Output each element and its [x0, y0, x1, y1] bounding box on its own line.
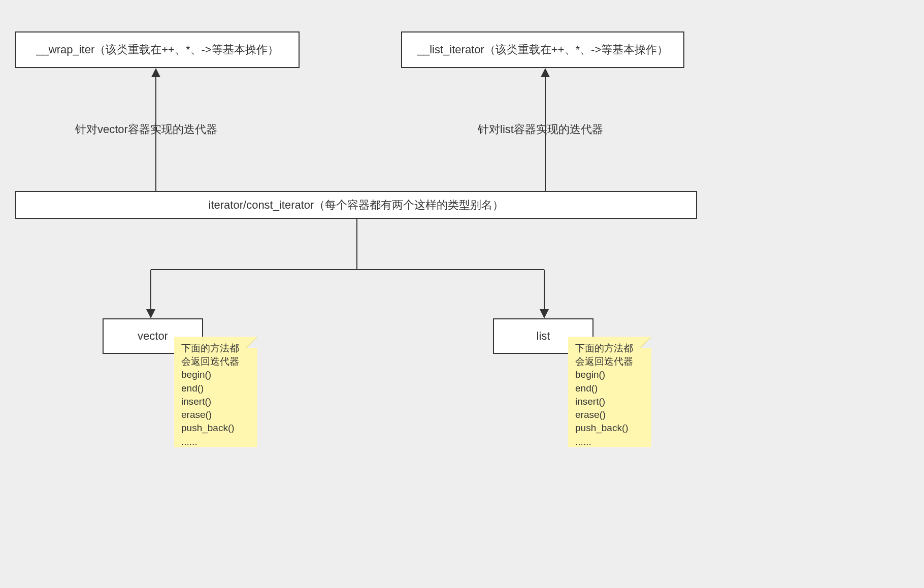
svg-marker-7: [146, 309, 155, 318]
note-line: begin(): [575, 368, 644, 381]
note-line: insert(): [181, 395, 250, 408]
list-impl-label: 针对list容器实现的迭代器: [478, 122, 603, 137]
list-label: list: [537, 330, 550, 343]
list-iterator-label: __list_iterator（该类重载在++、*、->等基本操作）: [417, 42, 669, 57]
note-line: 会返回迭代器: [181, 355, 250, 368]
vector-impl-label: 针对vector容器实现的迭代器: [75, 122, 217, 137]
list-iterator-box: __list_iterator（该类重载在++、*、->等基本操作）: [401, 31, 684, 68]
vector-methods-note: 下面的方法都 会返回迭代器 begin() end() insert() era…: [174, 337, 257, 447]
note-line: ......: [575, 435, 644, 448]
vector-label: vector: [138, 330, 168, 343]
note-line: 下面的方法都: [181, 342, 250, 355]
wrap-iter-box: __wrap_iter（该类重载在++、*、->等基本操作）: [15, 31, 300, 68]
note-line: 下面的方法都: [575, 342, 644, 355]
iterator-typedef-label: iterator/const_iterator（每个容器都有两个这样的类型别名）: [209, 198, 504, 213]
svg-marker-10: [540, 309, 549, 318]
note-line: begin(): [181, 368, 250, 381]
note-line: 会返回迭代器: [575, 355, 644, 368]
note-line: insert(): [575, 395, 644, 408]
diagram-connectors: [0, 0, 924, 588]
svg-marker-1: [151, 68, 160, 77]
note-line: push_back(): [181, 421, 250, 435]
note-line: ......: [181, 435, 250, 448]
svg-marker-3: [541, 68, 550, 77]
note-line: end(): [181, 382, 250, 395]
list-methods-note: 下面的方法都 会返回迭代器 begin() end() insert() era…: [568, 337, 651, 447]
iterator-typedef-box: iterator/const_iterator（每个容器都有两个这样的类型别名）: [15, 191, 697, 219]
note-line: end(): [575, 382, 644, 395]
note-line: erase(): [181, 408, 250, 421]
note-line: erase(): [575, 408, 644, 421]
note-line: push_back(): [575, 421, 644, 435]
wrap-iter-label: __wrap_iter（该类重载在++、*、->等基本操作）: [36, 42, 278, 57]
